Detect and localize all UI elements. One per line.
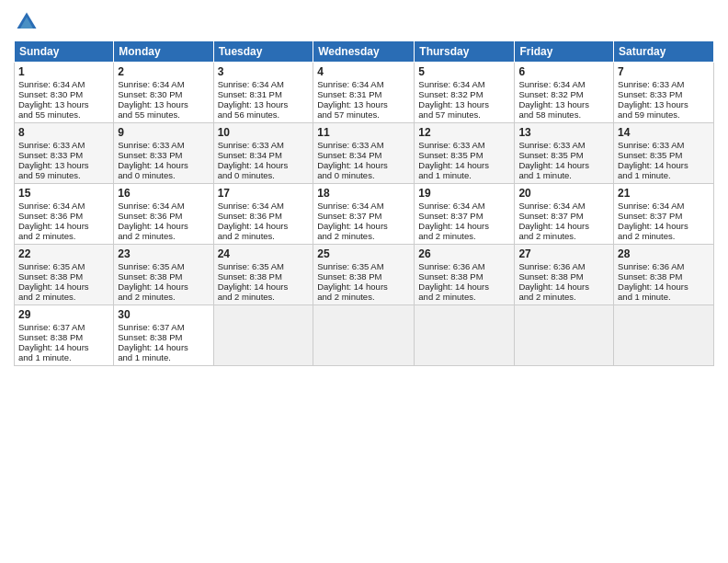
day-info-line: Sunrise: 6:33 AM (317, 140, 410, 150)
calendar-cell: 27Sunrise: 6:36 AMSunset: 8:38 PMDayligh… (515, 245, 614, 305)
day-info-line: Sunrise: 6:33 AM (418, 140, 510, 150)
day-number: 21 (618, 187, 710, 200)
day-info-line: Sunrise: 6:35 AM (118, 261, 209, 271)
day-info-line: Sunrise: 6:34 AM (618, 201, 710, 211)
day-info-line: Sunset: 8:31 PM (218, 89, 310, 99)
day-info-line: and 58 minutes. (518, 109, 609, 120)
day-info-line: Daylight: 13 hours (18, 99, 109, 109)
day-info-line: Sunrise: 6:34 AM (18, 79, 109, 89)
day-number: 19 (418, 187, 510, 200)
day-info-line: Sunset: 8:37 PM (518, 211, 609, 221)
day-info-line: Sunrise: 6:33 AM (18, 140, 109, 150)
calendar-cell (313, 305, 415, 366)
calendar-cell: 7Sunrise: 6:33 AMSunset: 8:33 PMDaylight… (614, 63, 714, 123)
calendar-cell: 22Sunrise: 6:35 AMSunset: 8:38 PMDayligh… (15, 245, 114, 305)
day-info-line: and 56 minutes. (218, 109, 310, 120)
day-info-line: Daylight: 13 hours (118, 99, 209, 109)
day-number: 9 (118, 126, 209, 139)
day-info-line: Daylight: 14 hours (518, 282, 609, 292)
day-info-line: Daylight: 14 hours (118, 160, 209, 170)
calendar-cell: 10Sunrise: 6:33 AMSunset: 8:34 PMDayligh… (213, 123, 313, 184)
day-info-line: Sunrise: 6:34 AM (518, 201, 609, 211)
day-number: 26 (418, 247, 510, 260)
day-info-line: and 1 minute. (618, 170, 710, 180)
day-info-line: and 1 minute. (518, 170, 609, 180)
day-info-line: Sunrise: 6:36 AM (518, 261, 609, 271)
day-number: 3 (218, 65, 310, 78)
day-info-line: and 2 minutes. (518, 292, 609, 302)
day-info-line: Daylight: 14 hours (518, 160, 609, 170)
day-info-line: and 2 minutes. (18, 231, 109, 241)
calendar-cell: 28Sunrise: 6:36 AMSunset: 8:38 PMDayligh… (614, 245, 714, 305)
calendar-cell (415, 305, 515, 366)
day-number: 2 (118, 65, 209, 78)
day-info-line: and 1 minute. (618, 292, 710, 302)
day-info-line: Daylight: 13 hours (618, 99, 710, 109)
week-row-3: 15Sunrise: 6:34 AMSunset: 8:36 PMDayligh… (15, 184, 714, 245)
day-info-line: Daylight: 14 hours (118, 342, 209, 352)
calendar-cell: 18Sunrise: 6:34 AMSunset: 8:37 PMDayligh… (313, 184, 415, 245)
day-number: 22 (18, 247, 109, 260)
day-info-line: Sunset: 8:31 PM (317, 89, 410, 99)
day-info-line: and 2 minutes. (518, 231, 609, 241)
calendar-cell: 24Sunrise: 6:35 AMSunset: 8:38 PMDayligh… (213, 245, 313, 305)
day-number: 8 (18, 126, 109, 139)
day-info-line: Daylight: 14 hours (418, 160, 510, 170)
day-info-line: and 59 minutes. (18, 170, 109, 180)
day-info-line: Sunset: 8:38 PM (18, 271, 109, 282)
day-number: 11 (317, 126, 410, 139)
day-info-line: Sunrise: 6:34 AM (118, 79, 209, 89)
day-info-line: Daylight: 13 hours (18, 160, 109, 170)
day-info-line: Sunset: 8:36 PM (118, 211, 209, 221)
day-info-line: and 2 minutes. (317, 292, 410, 302)
day-info-line: and 1 minute. (418, 170, 510, 180)
day-info-line: Sunset: 8:35 PM (418, 150, 510, 160)
day-number: 15 (18, 187, 109, 200)
calendar-cell: 8Sunrise: 6:33 AMSunset: 8:33 PMDaylight… (15, 123, 114, 184)
day-info-line: Sunrise: 6:34 AM (418, 201, 510, 211)
day-info-line: Sunset: 8:32 PM (518, 89, 609, 99)
day-number: 7 (618, 65, 710, 78)
day-info-line: Daylight: 14 hours (118, 221, 209, 231)
day-number: 14 (618, 126, 710, 139)
day-info-line: Sunrise: 6:34 AM (218, 79, 310, 89)
day-info-line: Daylight: 14 hours (418, 282, 510, 292)
day-number: 1 (18, 65, 109, 78)
day-number: 6 (518, 65, 609, 78)
day-info-line: and 55 minutes. (118, 109, 209, 120)
weekday-header-sunday: Sunday (15, 41, 114, 63)
day-info-line: and 57 minutes. (418, 109, 510, 120)
day-info-line: Sunrise: 6:33 AM (518, 140, 609, 150)
calendar-cell: 30Sunrise: 6:37 AMSunset: 8:38 PMDayligh… (114, 305, 213, 366)
day-info-line: Sunset: 8:38 PM (18, 332, 109, 342)
day-info-line: Sunset: 8:35 PM (618, 150, 710, 160)
day-info-line: Sunset: 8:30 PM (118, 89, 209, 99)
day-info-line: Daylight: 13 hours (317, 99, 410, 109)
day-info-line: Daylight: 14 hours (218, 221, 310, 231)
day-info-line: Sunset: 8:36 PM (18, 211, 109, 221)
day-info-line: Sunset: 8:38 PM (518, 271, 609, 282)
day-info-line: Daylight: 14 hours (218, 160, 310, 170)
week-row-1: 1Sunrise: 6:34 AMSunset: 8:30 PMDaylight… (15, 63, 714, 123)
day-info-line: Sunrise: 6:33 AM (118, 140, 209, 150)
day-info-line: Daylight: 14 hours (18, 221, 109, 231)
day-info-line: Sunrise: 6:34 AM (317, 201, 410, 211)
calendar-cell: 25Sunrise: 6:35 AMSunset: 8:38 PMDayligh… (313, 245, 415, 305)
weekday-header-saturday: Saturday (614, 41, 714, 63)
day-number: 17 (218, 187, 310, 200)
day-info-line: Daylight: 14 hours (618, 160, 710, 170)
day-info-line: Sunrise: 6:35 AM (18, 261, 109, 271)
day-info-line: Sunrise: 6:36 AM (618, 261, 710, 271)
week-row-4: 22Sunrise: 6:35 AMSunset: 8:38 PMDayligh… (15, 245, 714, 305)
day-number: 28 (618, 247, 710, 260)
day-info-line: Sunset: 8:37 PM (317, 211, 410, 221)
weekday-header-monday: Monday (114, 41, 213, 63)
day-info-line: Sunrise: 6:37 AM (18, 322, 109, 332)
calendar-cell (515, 305, 614, 366)
day-info-line: Sunset: 8:36 PM (218, 211, 310, 221)
day-info-line: and 2 minutes. (418, 231, 510, 241)
day-info-line: Daylight: 14 hours (418, 221, 510, 231)
weekday-header-wednesday: Wednesday (313, 41, 415, 63)
day-info-line: Sunset: 8:30 PM (18, 89, 109, 99)
weekday-header-thursday: Thursday (415, 41, 515, 63)
